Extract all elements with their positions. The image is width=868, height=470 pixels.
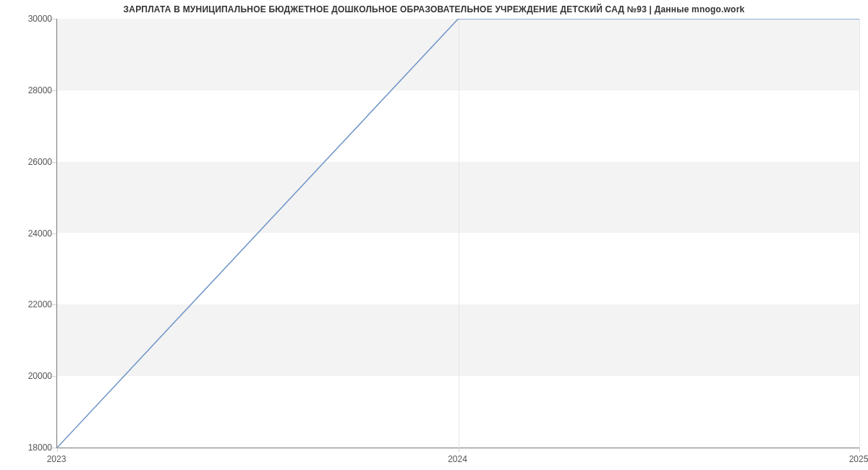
y-tick	[52, 19, 56, 20]
x-gridline	[859, 19, 860, 448]
x-tick	[859, 448, 860, 452]
x-tick-label: 2024	[448, 454, 467, 464]
y-tick-label: 26000	[9, 157, 52, 167]
y-tick	[52, 376, 56, 377]
y-tick	[52, 448, 56, 448]
y-tick-label: 18000	[9, 443, 52, 453]
line-series	[57, 19, 859, 448]
y-tick-label: 22000	[9, 299, 52, 309]
chart-title: ЗАРПЛАТА В МУНИЦИПАЛЬНОЕ БЮДЖЕТНОЕ ДОШКО…	[0, 4, 868, 14]
x-tick-label: 2023	[47, 454, 67, 464]
y-tick-label: 20000	[9, 371, 52, 381]
chart-container: ЗАРПЛАТА В МУНИЦИПАЛЬНОЕ БЮДЖЕТНОЕ ДОШКО…	[0, 0, 868, 470]
y-tick-label: 30000	[9, 14, 52, 24]
x-tick-label: 2025	[849, 454, 868, 464]
y-tick	[52, 234, 56, 234]
y-tick-label: 24000	[9, 228, 52, 239]
plot-area	[56, 19, 859, 448]
y-tick-label: 28000	[9, 85, 52, 95]
x-tick	[57, 448, 58, 452]
y-tick	[52, 90, 56, 91]
x-tick	[459, 448, 459, 452]
y-tick	[52, 304, 56, 305]
y-tick	[52, 162, 56, 163]
